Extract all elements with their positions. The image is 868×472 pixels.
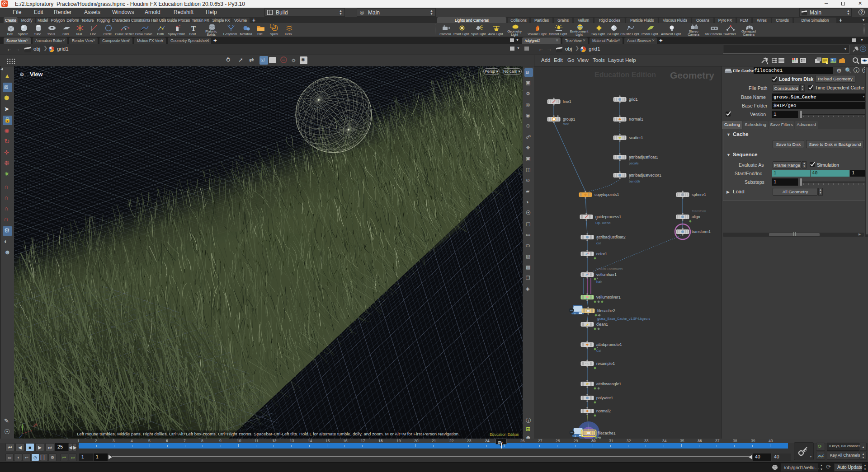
svg-text:vellumhair1: vellumhair1 — [596, 272, 617, 277]
svg-text:Op. Blend: Op. Blend — [595, 221, 610, 225]
svg-text:attribadjustfloat1: attribadjustfloat1 — [629, 155, 658, 159]
svg-text:pscale: pscale — [629, 161, 639, 165]
svg-text:hair: hair — [596, 280, 602, 284]
svg-text:filecache2: filecache2 — [597, 308, 615, 313]
svg-text:attribwrangle1: attribwrangle1 — [596, 382, 621, 386]
svg-text:Cd: Cd — [596, 349, 601, 353]
svg-text:o: o — [575, 434, 576, 437]
svg-text:o: o — [574, 312, 576, 314]
svg-text:Education Edition: Education Edition — [594, 71, 656, 79]
svg-text:transform1: transform1 — [692, 229, 711, 234]
svg-text:attribadjustvector1: attribadjustvector1 — [629, 173, 661, 178]
svg-text:root: root — [563, 122, 569, 126]
svg-text:attribadjustfloat2: attribadjustfloat2 — [596, 235, 626, 239]
svg-text:Vellum Constraints: Vellum Constraints — [596, 267, 623, 271]
svg-text:grid1: grid1 — [629, 97, 638, 102]
svg-text:line1: line1 — [563, 99, 571, 104]
svg-text:vellumsolver1: vellumsolver1 — [596, 295, 621, 299]
svg-text:sphere1: sphere1 — [692, 192, 706, 197]
svg-text:Geometry: Geometry — [670, 70, 714, 80]
svg-text:filecache1: filecache1 — [598, 431, 616, 435]
svg-text:polywire1: polywire1 — [596, 396, 613, 400]
svg-text:scatter1: scatter1 — [629, 136, 643, 140]
svg-text:c: c — [597, 321, 599, 325]
svg-text:copytopoints1: copytopoints1 — [594, 192, 619, 197]
svg-text:align: align — [692, 215, 700, 219]
svg-text:resample1: resample1 — [596, 361, 615, 366]
svg-text:normal2: normal2 — [596, 409, 611, 413]
svg-text:grass_Base_Cache_v1.$F4.bgeo.s: grass_Base_Cache_v1.$F4.bgeo.s — [597, 317, 650, 321]
svg-text:guideprocess1: guideprocess1 — [595, 215, 621, 219]
svg-text:color1: color1 — [596, 252, 607, 256]
svg-text:y: y — [22, 423, 24, 426]
svg-text:benddir: benddir — [629, 179, 641, 183]
svg-text:group1: group1 — [563, 117, 575, 122]
svg-text:col: col — [596, 241, 601, 245]
svg-text:normal1: normal1 — [629, 117, 643, 122]
svg-text:Transform: Transform — [692, 210, 706, 213]
svg-text:attribpromote1: attribpromote1 — [596, 342, 622, 347]
